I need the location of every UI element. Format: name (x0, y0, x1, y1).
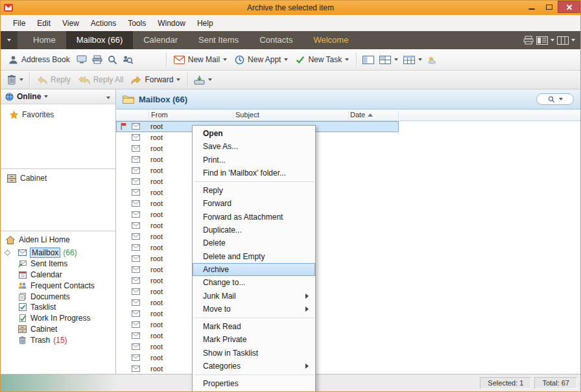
folder-label: Frequent Contacts (30, 281, 95, 290)
chevron-down-icon[interactable] (551, 39, 554, 41)
context-menu-item-forward[interactable]: Forward (193, 197, 315, 210)
sidebar-item-frequent-contacts[interactable]: Frequent Contacts (1, 280, 115, 291)
window-title: Archive the selected item (1, 3, 580, 12)
tab-home[interactable]: Home (23, 31, 66, 49)
chevron-down-icon[interactable] (571, 39, 575, 41)
calendar-icon (18, 271, 27, 279)
chevron-down-icon[interactable] (418, 58, 422, 61)
panel-view-button[interactable] (360, 53, 377, 67)
folder-label: Tasklist (30, 303, 56, 312)
menubar-item-actions[interactable]: Actions (85, 16, 122, 30)
tab-welcome[interactable]: Welcome (303, 31, 359, 49)
envelope-icon (132, 332, 140, 339)
clock-icon (235, 55, 244, 65)
context-menu-item-find-in-mailbox-folder[interactable]: Find in 'Mailbox' folder... (193, 167, 315, 179)
menubar-item-edit[interactable]: Edit (31, 16, 56, 30)
menubar-item-help[interactable]: Help (191, 16, 219, 30)
sidebar-item-tasklist[interactable]: Tasklist (1, 302, 115, 313)
online-label: Online (17, 92, 41, 101)
sidebar-item-trash[interactable]: Trash(15) (1, 334, 115, 345)
find-contact-button[interactable] (120, 52, 136, 67)
chevron-down-icon[interactable] (176, 78, 180, 81)
context-menu-item-properties[interactable]: Properties (193, 377, 315, 390)
panel-layout-icon[interactable] (536, 36, 548, 45)
context-menu-item-save-as[interactable]: Save As... (193, 140, 315, 153)
print-button[interactable] (89, 52, 105, 67)
chevron-down-icon[interactable] (19, 78, 23, 81)
from-cell: root red snapp2/2/2017 7:57 (150, 122, 191, 130)
chevron-down-icon[interactable] (394, 58, 398, 61)
address-book-button[interactable]: Address Book (5, 52, 74, 67)
column-layout-icon[interactable] (557, 36, 569, 45)
chevron-down-icon[interactable] (223, 58, 227, 61)
search-control[interactable] (536, 93, 574, 105)
tab-mailbox-66[interactable]: Mailbox (66) (66, 31, 134, 49)
menubar-item-file[interactable]: File (7, 16, 31, 30)
sidebar-item-home[interactable]: Aiden Li Home (6, 235, 70, 244)
envelope-icon (132, 310, 140, 317)
tab-sent-items[interactable]: Sent Items (188, 31, 249, 49)
tab-overflow-button[interactable] (1, 31, 18, 49)
context-menu-item-print[interactable]: Print... (193, 154, 315, 167)
from-cell: root e is over.2/3/2017 12:5 (150, 310, 191, 317)
context-menu-item-duplicate[interactable]: Duplicate... (193, 224, 315, 236)
online-mode-selector[interactable]: Online (1, 89, 115, 104)
column-header-from[interactable]: From (151, 111, 168, 119)
print-view-icon[interactable] (523, 36, 534, 45)
context-menu-item-delete-and-empty[interactable]: Delete and Empty (193, 250, 315, 263)
panel-grid-button[interactable] (377, 53, 401, 67)
context-menu-item-open[interactable]: Open (193, 127, 315, 140)
context-menu-item-junk-mail[interactable]: Junk Mail (193, 290, 315, 303)
context-menu-item-categories[interactable]: Categories (193, 360, 315, 373)
chevron-down-icon[interactable] (284, 58, 288, 61)
sidebar-item-favorites[interactable]: Favorites (10, 110, 54, 119)
context-menu-item-show-in-tasklist[interactable]: Show in Tasklist (193, 347, 315, 360)
new-task-button[interactable]: New Task (292, 52, 353, 67)
forward-button[interactable]: Forward (127, 73, 184, 87)
tab-contacts[interactable]: Contacts (249, 31, 303, 49)
sidebar-item-documents[interactable]: Documents (1, 291, 115, 302)
context-menu-item-forward-as-attachment[interactable]: Forward as Attachment (193, 211, 315, 224)
folder-list-dropdown-button[interactable] (106, 92, 115, 101)
sidebar-item-cabinet-panel[interactable]: Cabinet (7, 174, 47, 183)
tab-calendar[interactable]: Calendar (133, 31, 188, 49)
search-button[interactable] (105, 52, 120, 67)
sidebar-item-work-in-progress[interactable]: Work In Progress (1, 313, 115, 324)
reply-all-button[interactable]: Reply All (75, 73, 128, 87)
minimize-button[interactable] (523, 1, 540, 13)
menubar-item-window[interactable]: Window (152, 16, 191, 30)
menubar-item-view[interactable]: View (56, 16, 85, 30)
new-appt-button[interactable]: New Appt (231, 52, 292, 67)
sidebar-item-calendar[interactable]: Calendar (1, 270, 115, 281)
context-menu: OpenSave As...Print...Find in 'Mailbox' … (192, 125, 316, 392)
column-header-date[interactable]: Date (350, 111, 373, 119)
folder-label: Cabinet (30, 325, 57, 334)
context-menu-item-delete[interactable]: Delete (193, 236, 315, 249)
close-button[interactable] (558, 1, 580, 13)
context-menu-item-mark-private[interactable]: Mark Private (193, 333, 315, 346)
chevron-down-icon[interactable] (208, 78, 212, 81)
menubar-item-tools[interactable]: Tools (122, 16, 152, 30)
envelope-icon (132, 200, 140, 207)
context-menu-item-archive[interactable]: Archive (193, 263, 315, 276)
reply-button[interactable]: Reply (33, 73, 75, 87)
sidebar-item-cabinet[interactable]: Cabinet (1, 324, 115, 335)
folder-label: Work In Progress (30, 314, 90, 323)
delete-button[interactable] (5, 72, 26, 87)
context-menu-item-mark-read[interactable]: Mark Read (193, 320, 315, 333)
file-to-folder-button[interactable] (191, 73, 215, 87)
person-icon (8, 55, 18, 65)
maximize-button[interactable] (540, 1, 558, 13)
context-menu-item-change-to[interactable]: Change to... (193, 276, 315, 289)
chevron-down-icon[interactable] (345, 58, 349, 61)
context-menu-item-move-to[interactable]: Move to (193, 303, 315, 316)
column-header-subject[interactable]: Subject (235, 111, 259, 119)
sidebar-item-sent-items[interactable]: Sent Items (1, 259, 115, 270)
sidebar-item-mailbox[interactable]: Mailbox(66) (1, 248, 115, 259)
star-icon (10, 111, 18, 119)
address-selector-button[interactable] (74, 52, 89, 67)
new-mail-button[interactable]: New Mail (170, 52, 231, 67)
context-menu-item-reply[interactable]: Reply (193, 184, 315, 197)
table-view-button[interactable] (401, 53, 425, 67)
from-cell: root the next |2/2/2017 10:5 (150, 156, 191, 163)
